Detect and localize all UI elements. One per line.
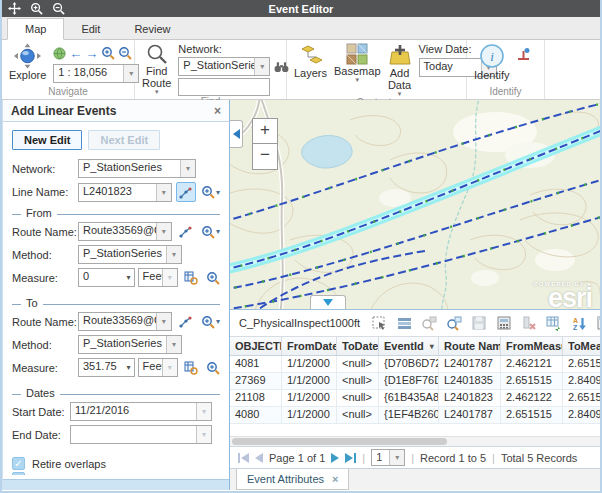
- tab-event-attributes[interactable]: Event Attributes ×: [236, 469, 349, 490]
- select-records-icon[interactable]: [371, 315, 387, 331]
- zoom-to-line-button[interactable]: ▾: [201, 185, 220, 199]
- ribbon-network-combo[interactable]: P_StationSeries ▾: [178, 57, 270, 76]
- delete-record-icon-disabled[interactable]: [521, 315, 537, 331]
- basemap-button[interactable]: Basemap ▾: [334, 43, 380, 83]
- from-unit-value: Feet: [139, 269, 162, 286]
- svg-text:A: A: [573, 317, 578, 324]
- chevron-down-icon: ▾: [196, 403, 211, 420]
- route-search-input[interactable]: [178, 78, 270, 96]
- end-date-combo[interactable]: ▾: [70, 425, 212, 444]
- start-date-combo[interactable]: 11/21/2016 ▾: [70, 402, 212, 421]
- add-linear-events-panel: Add Linear Events × New Edit Next Edit N…: [2, 100, 230, 490]
- identify-route-icon[interactable]: [516, 43, 531, 62]
- zoom-to-selected-icon-disabled[interactable]: [421, 315, 437, 331]
- next-page-button[interactable]: [331, 453, 339, 463]
- tab-edit[interactable]: Edit: [64, 19, 117, 39]
- column-header-sorted[interactable]: EventId▾: [379, 337, 439, 355]
- column-header[interactable]: FromMeasure: [501, 337, 563, 355]
- sort-icon[interactable]: AZ: [571, 315, 587, 331]
- column-header[interactable]: OBJECTID: [230, 337, 282, 355]
- chevron-down-icon: ▾: [356, 77, 360, 83]
- scrollbar-thumb[interactable]: [232, 438, 447, 445]
- zoom-in-tool-icon[interactable]: [101, 46, 115, 60]
- map-view[interactable]: + − POWERED BY ● esri: [230, 100, 600, 310]
- full-extent-globe-icon[interactable]: [53, 47, 66, 60]
- column-header[interactable]: ToDate: [337, 337, 379, 355]
- from-measure-combo[interactable]: 0 ▾: [78, 268, 135, 287]
- event-editor-window: Event Editor Map Edit Review: [0, 0, 602, 493]
- group-label-identify: Identify: [467, 86, 544, 99]
- next-edit-button[interactable]: Next Edit: [88, 130, 160, 150]
- ribbon-group-identify: i Identify Identify: [467, 40, 545, 99]
- table-row[interactable]: 273691/1/2000<null>{D1E8F76D-FL24018352.…: [230, 373, 600, 390]
- horizontal-scrollbar[interactable]: [230, 436, 600, 446]
- select-to-route-on-map-icon[interactable]: [176, 312, 196, 332]
- map-zoom-in-button[interactable]: +: [252, 118, 278, 144]
- close-icon[interactable]: ×: [332, 473, 338, 485]
- page-status: Page 1 of 1: [269, 452, 325, 464]
- zoom-to-from-route-button[interactable]: ▾: [201, 225, 220, 239]
- switch-table-icon[interactable]: [546, 315, 562, 331]
- option-retire-overlaps[interactable]: ✓ Retire overlaps: [12, 457, 220, 470]
- layers-button[interactable]: Layers: [294, 43, 327, 79]
- close-icon[interactable]: ×: [214, 104, 221, 118]
- previous-extent-icon[interactable]: ←: [69, 47, 82, 60]
- find-route-button[interactable]: Find Route ▾: [142, 43, 171, 95]
- checkbox-checked-icon[interactable]: ✓: [12, 457, 25, 470]
- ribbon-group-contents: Layers Basemap ▾ Add Data ▾: [287, 40, 467, 99]
- collapse-table-button[interactable]: [310, 295, 346, 309]
- chevron-down-icon: ▾: [389, 450, 404, 465]
- select-line-on-map-icon[interactable]: [176, 182, 196, 202]
- pan-to-selected-icon[interactable]: [446, 315, 462, 331]
- column-header[interactable]: Route Name: [439, 337, 501, 355]
- to-method-combo[interactable]: P_StationSeries ▾: [78, 335, 182, 354]
- tab-review[interactable]: Review: [117, 19, 187, 39]
- zoom-to-from-measure-button[interactable]: [206, 271, 220, 285]
- collapse-panel-button[interactable]: [230, 120, 243, 148]
- first-page-button[interactable]: [238, 453, 249, 463]
- to-unit-value: Feet: [139, 359, 162, 376]
- table-row[interactable]: 40811/1/2000<null>{D70B6D72-3L24017872.4…: [230, 356, 600, 373]
- previous-page-button[interactable]: [255, 453, 263, 463]
- map-scale-combo[interactable]: 1 : 18,056 ▾: [53, 64, 139, 83]
- zoom-to-to-measure-button[interactable]: [206, 361, 220, 375]
- add-data-button[interactable]: Add Data ▾: [388, 43, 412, 97]
- from-route-combo[interactable]: Route33569@Cent ▾: [78, 222, 172, 241]
- option-merge-coincident[interactable]: ✓ Merge coincident events: [12, 472, 220, 475]
- show-selected-rows-icon[interactable]: [396, 315, 412, 331]
- table-row[interactable]: 211081/1/2000<null>{61B435A8-3L24018232.…: [230, 390, 600, 407]
- last-page-button[interactable]: [345, 453, 356, 463]
- field-calculator-icon[interactable]: [496, 315, 512, 331]
- checkbox-checked-icon[interactable]: ✓: [12, 472, 25, 475]
- map-zoom-out-button[interactable]: −: [252, 144, 278, 170]
- save-icon-disabled[interactable]: [471, 315, 487, 331]
- line-name-combo[interactable]: L2401823 ▾: [78, 183, 172, 202]
- page-number-combo[interactable]: 1 ▾: [371, 449, 405, 466]
- attribute-window-icon[interactable]: [596, 315, 600, 331]
- to-route-combo[interactable]: Route33569@Cent ▾: [78, 312, 172, 331]
- from-method-combo[interactable]: P_StationSeries ▾: [78, 245, 182, 264]
- dates-legend: Dates: [21, 387, 60, 399]
- column-header[interactable]: ToMea: [563, 337, 600, 355]
- tab-map[interactable]: Map: [7, 18, 64, 40]
- from-unit-combo[interactable]: Feet ▾: [138, 268, 178, 287]
- select-from-route-on-map-icon[interactable]: [176, 222, 196, 242]
- to-unit-combo[interactable]: Feet ▾: [138, 358, 178, 377]
- table-row[interactable]: 40801/1/2000<null>{1EF4B260-FL24017872.6…: [230, 407, 600, 424]
- zoom-out-tool-icon[interactable]: [118, 46, 132, 60]
- to-measure-combo[interactable]: 351.75 ▾: [78, 358, 135, 377]
- identify-button[interactable]: i Identify: [474, 43, 509, 81]
- from-measure-locate-icon[interactable]: [182, 268, 201, 288]
- explore-button[interactable]: Explore: [9, 43, 46, 81]
- network-combo[interactable]: P_StationSeries ▾: [78, 159, 196, 178]
- chevron-down-icon: ▾: [156, 313, 171, 330]
- add-data-icon: [388, 43, 412, 67]
- zoom-to-to-route-button[interactable]: ▾: [201, 315, 220, 329]
- start-date-label: Start Date:: [12, 406, 70, 418]
- column-header[interactable]: FromDate: [282, 337, 337, 355]
- powered-by-text: POWERED BY: [534, 281, 585, 287]
- next-extent-icon[interactable]: →: [85, 47, 98, 60]
- new-edit-button[interactable]: New Edit: [12, 130, 82, 150]
- record-range: Record 1 to 5: [420, 452, 486, 464]
- to-measure-locate-icon[interactable]: [182, 358, 201, 378]
